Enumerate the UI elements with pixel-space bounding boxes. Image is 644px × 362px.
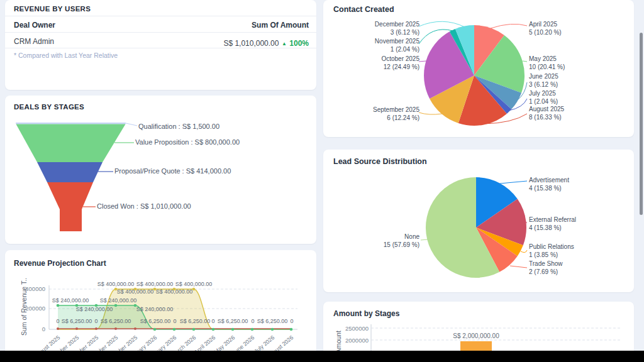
- point-label: S$ 400,000.00: [175, 281, 213, 287]
- y-tick: 2000000: [345, 337, 369, 344]
- point-label: S$ 6,250.00: [180, 318, 211, 324]
- pie-label-november-2025: November 2025 1 (2.04 %): [331, 37, 419, 53]
- comparison-footnote: * Compared with Last Year Relative: [14, 52, 118, 59]
- point-label: S$ 400,000.00: [156, 288, 193, 295]
- point-label: 0: [211, 318, 214, 324]
- table-row[interactable]: CRM Admin S$ 1,010,000.00 ▲ 100%: [5, 33, 316, 48]
- leader-line: [421, 239, 428, 240]
- y-tick: 2500000: [345, 325, 369, 332]
- point-label: S$ 6,250.00: [62, 318, 92, 324]
- y-tick: 0: [42, 326, 45, 332]
- funnel-label-value-proposition: Value Proposition : S$ 800,000.00: [135, 138, 240, 146]
- y-tick: 200000: [25, 305, 45, 312]
- point-label: S$ 400,000.00: [136, 281, 174, 287]
- point-label: S$ 400,000.00: [97, 281, 135, 287]
- funnel-segment-qualification[interactable]: [16, 123, 126, 124]
- point-label: S$ 240,000.00: [52, 297, 89, 304]
- point-label: 0: [173, 318, 176, 324]
- delta-up-icon: ▲: [282, 41, 287, 47]
- contact-created-card: Contact Created December 2025 3 (6.12 %)…: [323, 0, 634, 137]
- funnel-stem-closed-won[interactable]: [60, 209, 82, 231]
- lead-source-card: Lead Source Distribution Advertisement 4…: [323, 150, 634, 292]
- revenue-by-users-card: REVENUE BY USERS Deal Owner Sum Of Amoun…: [5, 0, 316, 90]
- leader-line: [419, 21, 465, 27]
- deals-by-stages-card: DEALS BY STAGES Qualification : S$ 1,500…: [5, 96, 316, 244]
- funnel-segment-value-proposition[interactable]: [16, 124, 126, 163]
- y-tick: 400000: [25, 285, 45, 292]
- pie-label-external-referral: External Referral 4 (15.38 %): [529, 216, 623, 232]
- leader-line: [419, 112, 442, 114]
- pie-label-august-2025: August 2025 8 (16.33 %): [529, 105, 623, 121]
- point-label: S$ 240,000.00: [136, 306, 174, 312]
- funnel-label-qualification: Qualification : S$ 1,500.00: [138, 123, 219, 130]
- column-header-deal-owner: Deal Owner: [14, 21, 55, 30]
- leader-line: [491, 24, 527, 28]
- point-label: S$ 6,250.00: [218, 318, 248, 324]
- point-label: 0: [290, 318, 293, 324]
- point-label: S$ 240,000.00: [76, 306, 113, 312]
- pie-label-public-relations: Public Relations 1 (3.85 %): [529, 243, 623, 259]
- revenue-projection-card: Revenue Projection Chart Sum of Revenue …: [5, 250, 316, 358]
- point-label: S$ 240,000.00: [100, 297, 137, 304]
- delta-value: 100%: [289, 39, 309, 48]
- revenue-by-users-title: REVENUE BY USERS: [14, 5, 91, 13]
- leader-line: [523, 61, 527, 62]
- pie-label-april-2025: April 2025 5 (10.20 %): [529, 20, 623, 36]
- divider: [5, 16, 316, 16]
- point-label: 0: [56, 318, 59, 324]
- leader-line: [419, 61, 426, 62]
- pie-label-advertisement: Advertisement 4 (15.38 %): [529, 176, 623, 192]
- funnel-label-closed-won: Closed Won : S$ 1,010,000.00: [97, 202, 191, 210]
- pie-label-none: None 15 (57.69 %): [331, 233, 419, 249]
- point-label: S$ 6,250.00: [140, 318, 171, 324]
- pie-label-december-2025: December 2025 3 (6.12 %): [331, 20, 419, 36]
- point-label: 0: [94, 318, 97, 324]
- funnel-label-proposal-price-quote: Proposal/Price Quote : S$ 414,000.00: [114, 167, 231, 175]
- funnel-segment-closed-won[interactable]: [47, 182, 93, 209]
- revenue-projection-chart[interactable]: 400000 200000 0 S$ 400,000.00 S$ 400,000…: [5, 250, 316, 358]
- bar-value-label: S$ 2,000,000.00: [453, 332, 499, 339]
- point-label: 0: [251, 318, 254, 324]
- pie-label-may-2025: May 2025 10 (20.41 %): [529, 55, 623, 71]
- funnel-segment-proposal-price-quote[interactable]: [37, 162, 103, 182]
- deal-owner-cell: CRM Admin: [14, 37, 54, 46]
- pie-label-june-2025: June 2025 3 (6.12 %): [529, 72, 623, 89]
- point-label: S$ 6,250.00: [257, 318, 288, 324]
- amount-cell: S$ 1,010,000.00: [223, 39, 279, 48]
- pie-label-september-2025: September 2025 6 (12.24 %): [331, 106, 419, 122]
- bottom-black-bar: [0, 351, 644, 362]
- leader-line: [510, 266, 527, 268]
- point-label: S$ 6,250.00: [101, 318, 131, 324]
- pie-label-july-2025: July 2025 1 (2.04 %): [529, 89, 623, 106]
- point-label: S$ 400,000.00: [117, 288, 154, 295]
- pie-label-october-2025: October 2025 12 (24.49 %): [331, 55, 419, 71]
- leader-line: [126, 123, 137, 126]
- vertical-scrollbar-thumb[interactable]: [640, 33, 643, 215]
- leader-line: [500, 181, 527, 184]
- divider: [5, 48, 316, 48]
- column-header-sum-of-amount: Sum Of Amount: [252, 21, 309, 30]
- pie-label-trade-show: Trade Show 2 (7.69 %): [529, 260, 623, 276]
- leader-line: [521, 250, 527, 253]
